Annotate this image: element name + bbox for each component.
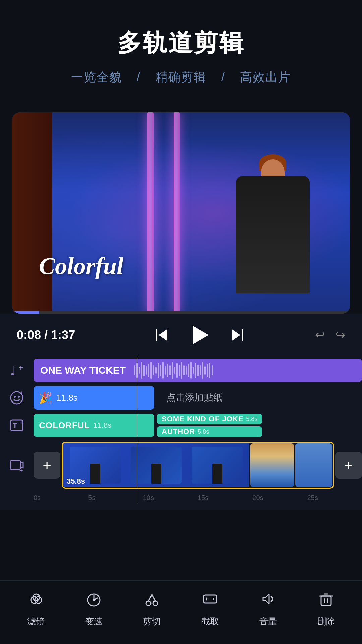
svg-point-15 (93, 599, 95, 601)
text-clip-colorful[interactable]: COLORFUL 11.8s (34, 414, 154, 437)
wave-bar (160, 365, 161, 376)
text-tracks: COLORFUL 11.8s SOME KIND OF JOKE 5.8s AU… (34, 414, 362, 437)
wave-bar (146, 366, 147, 375)
clip-figure-3 (212, 464, 222, 484)
ruler-mark-0s: 0s (34, 494, 88, 502)
wave-bar (176, 363, 178, 378)
wave-bar (212, 365, 213, 375)
text-clip-joke-dur: 5.8s (246, 416, 257, 423)
toolbar-item-delete[interactable]: 删除 (317, 591, 335, 627)
text-track-icon[interactable]: T + (0, 418, 34, 433)
skip-end-icon (232, 329, 243, 341)
undo-button[interactable]: ↩ (315, 328, 325, 342)
ruler-mark-20s: 20s (252, 494, 307, 502)
text-clip-joke[interactable]: SOME KIND OF JOKE 5.8s (157, 414, 262, 424)
music-track-label: ONE WAY TICKET (40, 365, 134, 376)
toolbar-item-cut[interactable]: 剪切 (143, 591, 161, 627)
wave-bar (143, 365, 145, 376)
subtitle-divider-2: / (221, 70, 229, 84)
undo-redo: ↩ ↪ (315, 328, 345, 342)
skip-triangle-left (159, 329, 167, 341)
preview-progress (12, 311, 39, 314)
video-add-before-button[interactable]: + (34, 452, 60, 479)
svg-point-3 (14, 396, 16, 398)
wave-bar (209, 363, 210, 378)
time-separator: / (44, 328, 51, 342)
svg-point-16 (146, 601, 151, 606)
filter-icon (27, 591, 44, 611)
wave-bar (204, 366, 206, 375)
sticker-placeholder[interactable]: 点击添加贴纸 (166, 391, 223, 404)
video-clip-group[interactable]: 35.8s (62, 442, 334, 489)
skip-bar-left (156, 329, 157, 341)
video-track-row: + + (0, 439, 362, 491)
wave-bar (202, 362, 203, 379)
clip-thumb-3 (192, 447, 243, 484)
wave-bar (172, 362, 173, 379)
video-figure (236, 176, 310, 293)
timeline-area: ♩ + ONE WAY TICKET (0, 357, 362, 510)
toolbar-item-volume[interactable]: 音量 (259, 591, 277, 627)
video-add-after-button[interactable]: + (335, 452, 362, 479)
music-track-row: ♩ + ONE WAY TICKET (0, 357, 362, 384)
trim-icon (202, 591, 219, 611)
sticker-duration: 11.8s (56, 393, 78, 403)
music-track-bg[interactable]: ONE WAY TICKET (34, 359, 362, 382)
sticker-icon: + (9, 390, 24, 405)
wave-bar (167, 364, 168, 377)
video-track-icon[interactable]: + (0, 458, 34, 473)
text-clip-author-dur: 5.8s (198, 428, 209, 435)
video-clip-beach (250, 443, 294, 487)
music-track-icon[interactable]: ♩ + (0, 363, 34, 378)
pillar-right (174, 112, 180, 314)
volume-label: 音量 (259, 615, 277, 627)
video-track-svg-icon: + (9, 458, 24, 473)
svg-rect-9 (10, 461, 20, 469)
cut-label: 剪切 (143, 615, 161, 627)
video-track-content: + 35.8s (34, 442, 362, 489)
sticker-clip[interactable]: 🎉 11.8s (34, 386, 154, 410)
wave-bar (179, 365, 180, 376)
trim-label: 截取 (201, 615, 219, 627)
skip-start-button[interactable] (156, 329, 167, 341)
wave-bar (183, 365, 185, 375)
skip-triangle-right (232, 329, 240, 341)
clip-figure-2 (151, 464, 161, 484)
sticker-track-icon[interactable]: + (0, 390, 34, 405)
delete-icon (318, 591, 335, 611)
speed-icon (85, 591, 102, 611)
text-clip-author[interactable]: AUTHOR 5.8s (157, 426, 262, 437)
wave-bar (150, 362, 152, 379)
svg-text:+: + (20, 390, 24, 396)
video-clip-duration: 35.8s (67, 477, 85, 486)
wave-bar (188, 364, 189, 377)
svg-text:T: T (13, 421, 17, 430)
text-clip-colorful-dur: 11.8s (93, 421, 111, 430)
svg-text:+: + (19, 467, 23, 473)
video-stairs (12, 112, 52, 314)
skip-end-button[interactable] (232, 329, 243, 341)
play-button[interactable] (187, 323, 212, 347)
subtitle-part-1: 一览全貌 (71, 70, 122, 84)
wave-bar (148, 364, 149, 377)
ruler-mark-5s: 5s (88, 494, 143, 502)
filter-label: 滤镜 (27, 615, 45, 627)
toolbar-item-filter[interactable]: 滤镜 (27, 591, 45, 627)
video-track-clips: + 35.8s (34, 442, 362, 489)
header-subtitle: 一览全貌 / 精确剪辑 / 高效出片 (13, 69, 349, 86)
time-current: 0:08 (17, 328, 41, 342)
speed-label: 变速 (85, 615, 103, 627)
text-tracks-right: SOME KIND OF JOKE 5.8s AUTHOR 5.8s (157, 414, 262, 437)
ruler-mark-15s: 15s (198, 494, 252, 502)
redo-button[interactable]: ↪ (335, 328, 345, 342)
ruler-mark-10s: 10s (143, 494, 198, 502)
video-pillars (147, 112, 215, 314)
svg-point-17 (153, 601, 158, 606)
wave-bar (155, 367, 157, 374)
toolbar-item-trim[interactable]: 截取 (201, 591, 219, 627)
svg-rect-20 (204, 595, 217, 603)
wave-bar (139, 367, 140, 374)
subtitle-part-2: 精确剪辑 (156, 70, 206, 84)
play-icon (193, 326, 209, 344)
toolbar-item-speed[interactable]: 变速 (85, 591, 103, 627)
